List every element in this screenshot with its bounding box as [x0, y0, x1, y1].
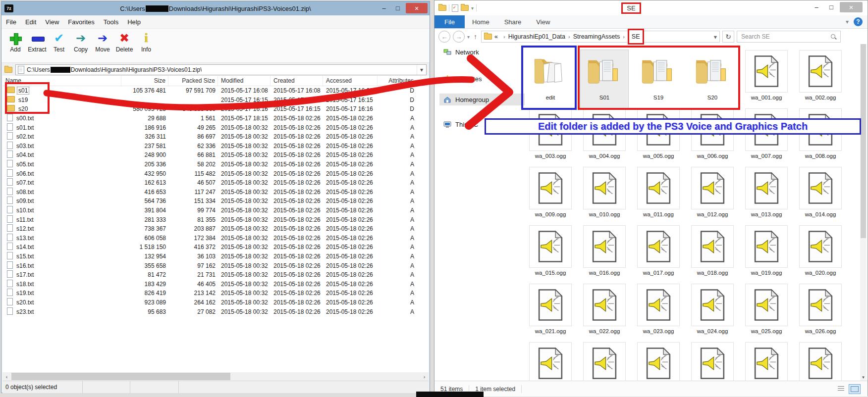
scrollbar-thumb[interactable]: [861, 44, 866, 238]
address-bar[interactable]: « ›HigurashiEp01_Data ›StreamingAssets ›…: [481, 31, 720, 43]
back-button[interactable]: ←: [438, 31, 450, 43]
file-tile[interactable]: S20: [689, 50, 736, 108]
menu-item[interactable]: Tools: [99, 18, 123, 26]
nav-item[interactable]: Favorites: [439, 73, 525, 85]
details-view-button[interactable]: [835, 384, 847, 394]
maximize-button[interactable]: □: [825, 2, 838, 12]
column-header-size[interactable]: Size: [121, 76, 168, 86]
sevenzip-address-combo[interactable]: C:\UsersDownloads\Higurashi\HigurashiPS3…: [15, 64, 427, 75]
qat-dropdown-icon[interactable]: ▾: [471, 5, 474, 11]
forward-button[interactable]: →: [453, 31, 465, 43]
table-row[interactable]: s02.txt 326 311 86 697 2015-05-18 00:32 …: [2, 132, 429, 142]
file-tile[interactable]: edit: [527, 50, 574, 108]
table-row[interactable]: s20.txt 923 089 264 162 2015-05-18 00:32…: [2, 298, 429, 307]
recent-locations-icon[interactable]: ▾: [467, 34, 470, 40]
table-row[interactable]: s16.txt 355 658 97 162 2015-05-18 00:32 …: [2, 261, 429, 270]
nav-item[interactable]: Network: [439, 46, 525, 58]
address-dropdown-icon[interactable]: ▾: [714, 33, 717, 41]
menu-item[interactable]: File: [1, 18, 21, 26]
file-tile[interactable]: wa_004.ogg: [581, 108, 628, 167]
menu-item[interactable]: Help: [123, 18, 145, 26]
file-tile[interactable]: wa_022.ogg: [581, 284, 628, 342]
file-tile[interactable]: S01: [581, 50, 628, 108]
close-button[interactable]: ×: [840, 2, 863, 12]
file-tile[interactable]: wa_023.ogg: [635, 284, 682, 342]
expand-ribbon-icon[interactable]: ▾: [846, 18, 849, 25]
toolbar-button[interactable]: ➔ Move: [92, 29, 113, 62]
folder-icon[interactable]: [438, 5, 446, 11]
help-icon[interactable]: ?: [854, 17, 863, 26]
table-row[interactable]: s08.txt 416 653 117 247 2015-05-18 00:32…: [2, 188, 429, 197]
toolbar-button[interactable]: i Info: [135, 29, 157, 62]
table-row[interactable]: s04.txt 248 900 66 881 2015-05-18 00:32 …: [2, 150, 429, 160]
file-tile[interactable]: wa_011.ogg: [635, 167, 682, 225]
table-row[interactable]: s11.txt 281 333 81 355 2015-05-18 00:32 …: [2, 215, 429, 224]
nav-item[interactable]: Homegroup: [439, 94, 525, 105]
scroll-right-icon[interactable]: ›: [420, 372, 429, 381]
folder-up-icon[interactable]: [4, 67, 12, 73]
column-header-accessed[interactable]: Accessed: [323, 76, 378, 86]
file-tile[interactable]: wa_003.ogg: [527, 108, 574, 167]
search-input[interactable]: Search SE: [737, 31, 841, 43]
horizontal-scrollbar[interactable]: ‹ ›: [2, 372, 429, 381]
ribbon-tab[interactable]: Home: [465, 15, 497, 28]
file-tile[interactable]: S19: [635, 50, 682, 108]
column-header-modified[interactable]: Modified: [218, 76, 271, 86]
file-tile[interactable]: wa_020.ogg: [797, 225, 844, 284]
refresh-icon[interactable]: ↻: [722, 31, 734, 43]
toolbar-button[interactable]: ➔ Copy: [70, 29, 92, 62]
file-tile[interactable]: wa_026.ogg: [797, 284, 844, 342]
file-tile[interactable]: wa_001.ogg: [743, 50, 790, 108]
toolbar-button[interactable]: ✔ Test: [48, 29, 70, 62]
explorer-titlebar[interactable]: ▾ SE – □ ×: [434, 0, 868, 15]
scrollbar-thumb[interactable]: [11, 373, 230, 380]
ribbon-tab[interactable]: File: [434, 15, 465, 28]
table-row[interactable]: s01 105 376 481 97 591 709 2015-05-17 16…: [2, 86, 429, 96]
file-tile[interactable]: wa_007.ogg: [743, 108, 790, 167]
table-row[interactable]: s12.txt 738 367 203 887 2015-05-18 00:32…: [2, 224, 429, 234]
ribbon-tab[interactable]: Share: [497, 15, 529, 28]
close-button[interactable]: ×: [406, 3, 428, 13]
scroll-left-icon[interactable]: ‹: [2, 372, 11, 381]
file-tile[interactable]: wa_017.ogg: [635, 225, 682, 284]
table-row[interactable]: s19 2015-05-17 16:15 2015-05-17 16:14 20…: [2, 96, 429, 105]
minimize-button[interactable]: –: [810, 2, 823, 12]
breadcrumb-item[interactable]: SE: [628, 29, 644, 45]
toolbar-button[interactable]: Extract: [26, 29, 48, 62]
table-row[interactable]: s23.txt 95 683 27 082 2015-05-18 00:32 2…: [2, 307, 429, 316]
properties-icon[interactable]: [452, 4, 458, 12]
breadcrumb-item[interactable]: HigurashiEp01_Data: [508, 33, 565, 40]
sevenzip-titlebar[interactable]: 7z C:\UsersDownloads\Higurashi\Higurashi…: [1, 1, 430, 15]
file-tile[interactable]: wa_014.ogg: [797, 167, 844, 225]
table-row[interactable]: s06.txt 432 950 115 482 2015-05-18 00:32…: [2, 169, 429, 178]
maximize-button[interactable]: □: [392, 3, 404, 13]
breadcrumb-item[interactable]: StreamingAssets: [573, 33, 620, 40]
thumbnail-view-button[interactable]: [849, 384, 861, 394]
table-row[interactable]: s17.txt 81 472 21 731 2015-05-18 00:32 2…: [2, 270, 429, 280]
up-button[interactable]: ↑: [472, 33, 479, 41]
column-header-name[interactable]: Name: [2, 76, 121, 86]
new-folder-icon[interactable]: [461, 5, 469, 11]
table-row[interactable]: s20 580 093 725 543 383 966 2015-05-17 1…: [2, 104, 429, 114]
table-row[interactable]: s03.txt 237 581 62 336 2015-05-18 00:32 …: [2, 142, 429, 151]
ribbon-tab[interactable]: View: [529, 15, 557, 28]
toolbar-button[interactable]: Add: [4, 29, 26, 62]
table-row[interactable]: s09.txt 564 736 151 334 2015-05-18 00:32…: [2, 197, 429, 206]
scroll-down-icon[interactable]: ▾: [860, 373, 867, 381]
file-tile[interactable]: wa_005.ogg: [635, 108, 682, 167]
toolbar-button[interactable]: ✖ Delete: [113, 29, 135, 62]
table-row[interactable]: s10.txt 391 804 99 774 2015-05-18 00:32 …: [2, 206, 429, 215]
file-tile[interactable]: wa_018.ogg: [689, 225, 736, 284]
table-row[interactable]: s01.txt 186 916 49 265 2015-05-18 00:32 …: [2, 123, 429, 132]
file-tile[interactable]: wa_024.ogg: [689, 284, 736, 342]
address-dropdown-icon[interactable]: ▾: [417, 65, 426, 75]
file-tile[interactable]: wa_019.ogg: [743, 225, 790, 284]
file-tile[interactable]: wa_013.ogg: [743, 167, 790, 225]
menu-item[interactable]: Edit: [21, 18, 41, 26]
file-tile[interactable]: wa_010.ogg: [581, 167, 628, 225]
table-row[interactable]: s19.txt 826 419 213 142 2015-05-18 00:32…: [2, 289, 429, 298]
table-row[interactable]: s05.txt 205 336 58 202 2015-05-18 00:32 …: [2, 160, 429, 169]
table-row[interactable]: s18.txt 183 429 46 405 2015-05-18 00:32 …: [2, 279, 429, 289]
file-tile[interactable]: wa_012.ogg: [689, 167, 736, 225]
table-row[interactable]: s14.txt 1 518 150 416 372 2015-05-18 00:…: [2, 243, 429, 252]
